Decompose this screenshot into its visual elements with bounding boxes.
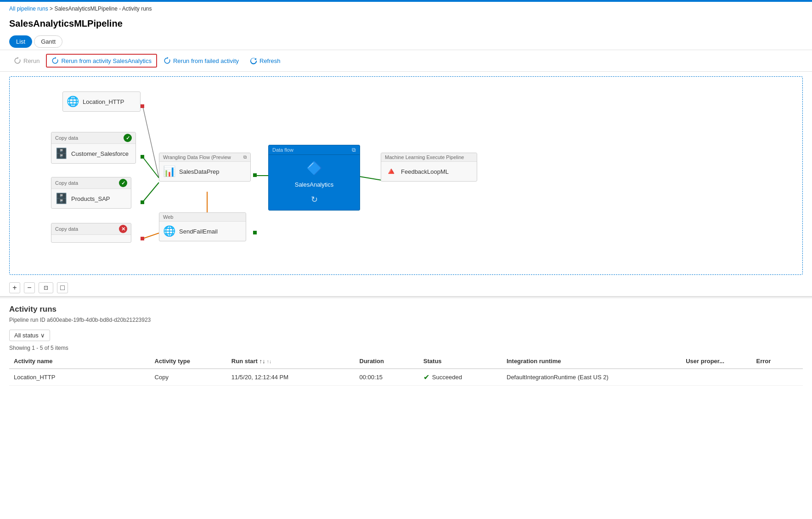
refresh-label: Refresh [259,57,281,64]
breadcrumb-separator: > [50,6,54,12]
pipeline-run-id-value: a600eabe-19fb-4d0b-bd8d-d20b21223923 [47,317,151,323]
svg-rect-10 [141,237,144,240]
svg-line-5 [143,233,159,239]
cell-run-start: 11/5/20, 12:12:44 PM [227,369,355,386]
customer-salesforce-status: ✓ [124,134,132,142]
zoom-out-button[interactable]: − [24,282,35,293]
status-cell: ✔ Succeeded [423,373,497,382]
tab-list[interactable]: List [9,35,32,48]
feedback-loop-ml-icon: 🔺 [385,165,397,177]
zoom-controls: + − ⊡ □ [0,279,812,297]
status-label: Succeeded [432,374,462,381]
customer-salesforce-label: Customer_Salesforce [71,150,129,157]
zoom-reset-button[interactable]: □ [57,282,68,293]
cell-user-properties [681,369,751,386]
cell-error [751,369,803,386]
products-sap-icon: 🗄️ [55,193,68,205]
rerun-from-activity-label: Rerun from activity SalesAnalytics [61,57,152,64]
table-row: Location_HTTP Copy 11/5/20, 12:12:44 PM … [9,369,803,386]
sales-analytics-label: SalesAnalytics [295,181,334,188]
customer-salesforce-type: Copy data [55,135,78,141]
diagram-canvas: 🌐 Location_HTTP Copy data ✓ 🗄️ Customer_… [10,77,802,274]
cell-integration-runtime: DefaultIntegrationRuntime (East US 2) [502,369,681,386]
feedback-loop-ml-type: Machine Learning Execute Pipeline [385,154,464,160]
activity-runs-section: Activity runs Pipeline run ID a600eabe-1… [0,298,812,392]
rerun-from-failed-icon [164,57,171,64]
customer-salesforce-icon: 🗄️ [55,148,68,160]
rerun-label: Rerun [23,57,39,64]
breadcrumb-link[interactable]: All pipeline runs [9,6,48,12]
status-filter-label: All status [14,332,39,339]
page-title: SalesAnalyticsMLPipeline [0,16,812,34]
table-header-row: Activity name Activity type Run start ↑↓… [9,354,803,369]
node-feedback-loop-ml[interactable]: Machine Learning Execute Pipeline 🔺 Feed… [381,153,477,182]
send-fail-email-label: SendFailEmail [179,228,218,235]
breadcrumb: All pipeline runs > SalesAnalyticsMLPipe… [0,2,812,16]
th-duration: Duration [355,354,419,369]
rerun-button[interactable]: Rerun [9,55,44,67]
node-location-http[interactable]: 🌐 Location_HTTP [62,91,141,112]
copy-data-3-status: ✕ [119,225,127,233]
rerun-from-failed-label: Rerun from failed activity [173,57,239,64]
svg-line-1 [143,157,159,178]
refresh-button[interactable]: Refresh [245,55,285,67]
node-copy-data-3[interactable]: Copy data ✕ [51,223,131,243]
node-sales-data-prep[interactable]: Wrangling Data Flow (Preview ⧉ 📊 SalesDa… [159,153,251,182]
th-activity-name: Activity name [9,354,150,369]
status-success-icon: ✔ [423,373,429,382]
status-filter-button[interactable]: All status ∨ [9,330,50,341]
activity-runs-table: Activity name Activity type Run start ↑↓… [9,354,803,386]
zoom-in-button[interactable]: + [9,282,20,293]
svg-line-2 [143,183,159,202]
breadcrumb-current: SalesAnalyticsMLPipeline - Activity runs [54,6,152,12]
svg-rect-14 [253,231,257,234]
products-sap-type: Copy data [55,180,78,186]
location-http-icon: 🌐 [67,96,79,108]
svg-rect-7 [141,104,144,108]
refresh-icon [250,57,257,64]
svg-rect-8 [141,155,144,159]
sales-data-prep-label: SalesDataPrep [179,168,219,175]
toolbar: Rerun Rerun from activity SalesAnalytics… [0,50,812,72]
zoom-fit-button[interactable]: ⊡ [39,282,53,293]
th-run-start[interactable]: Run start ↑↓ [227,354,355,369]
tabs-row: List Gantt [0,34,812,50]
send-fail-email-type: Web [163,214,173,220]
copy-data-3-type: Copy data [55,226,78,232]
th-integration-runtime: Integration runtime [502,354,681,369]
rerun-from-failed-button[interactable]: Rerun from failed activity [159,55,243,67]
rerun-icon [14,57,21,64]
showing-text: Showing 1 - 5 of 5 items [9,345,803,351]
sales-analytics-icon: 🔷 [306,160,322,176]
cell-status: ✔ Succeeded [419,369,502,386]
tab-gantt[interactable]: Gantt [34,35,62,48]
feedback-loop-ml-label: FeedbackLoopML [401,168,449,175]
activity-runs-title: Activity runs [9,305,803,314]
sales-data-prep-icon: 📊 [163,165,175,177]
th-error: Error [751,354,803,369]
svg-rect-9 [141,200,144,204]
pipeline-run-id: Pipeline run ID a600eabe-19fb-4d0b-bd8d-… [9,317,803,323]
sales-analytics-loading-icon: ↻ [311,194,318,205]
chevron-down-icon: ∨ [40,332,45,339]
th-activity-type: Activity type [150,354,227,369]
cell-activity-name: Location_HTTP [9,369,150,386]
products-sap-status: ✓ [119,179,127,187]
products-sap-label: Products_SAP [71,195,110,202]
svg-line-0 [143,107,159,178]
sales-data-prep-type: Wrangling Data Flow (Preview [163,154,231,160]
rerun-from-activity-button[interactable]: Rerun from activity SalesAnalytics [46,54,157,68]
node-products-sap[interactable]: Copy data ✓ 🗄️ Products_SAP [51,177,131,209]
th-status: Status [419,354,502,369]
node-sales-analytics[interactable]: Data flow ⧉ 🔷 SalesAnalytics ↻ [268,145,360,211]
rerun-from-activity-icon [51,57,59,64]
svg-rect-11 [253,173,257,177]
node-customer-salesforce[interactable]: Copy data ✓ 🗄️ Customer_Salesforce [51,132,136,164]
node-send-fail-email[interactable]: Web 🌐 SendFailEmail [159,212,246,241]
cell-activity-type: Copy [150,369,227,386]
sales-analytics-type: Data flow [272,147,293,153]
send-fail-email-icon: 🌐 [163,225,175,237]
cell-duration: 00:00:15 [355,369,419,386]
filter-row: All status ∨ [9,328,803,345]
th-user-properties: User proper... [681,354,751,369]
